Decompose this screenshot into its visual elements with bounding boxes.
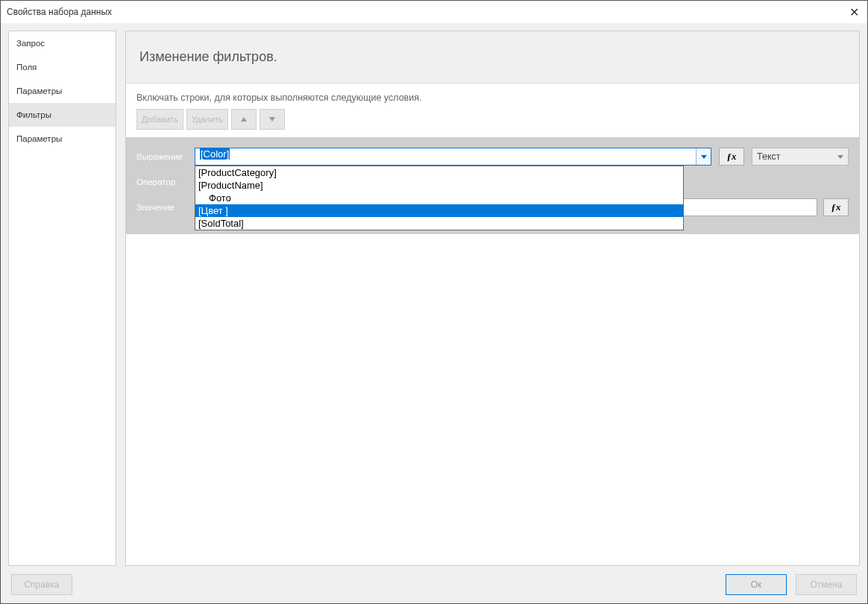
main-panel: Изменение фильтров. Включать строки, для… (125, 31, 860, 566)
arrow-up-icon (241, 117, 247, 122)
delete-button[interactable]: Удалить (186, 109, 228, 130)
sidebar-item-parameters[interactable]: Параметры (9, 79, 116, 103)
arrow-down-icon (269, 117, 275, 122)
chevron-down-icon (701, 155, 707, 159)
move-up-button[interactable] (231, 109, 257, 130)
close-icon[interactable]: ✕ (846, 4, 861, 19)
sidebar-item-fields[interactable]: Поля (9, 55, 116, 79)
value-label: Значение (136, 203, 187, 212)
help-button[interactable]: Справка (11, 574, 72, 595)
dropdown-item-soldtotal[interactable]: [SoldTotal] (195, 217, 683, 230)
chevron-down-icon (837, 155, 843, 159)
dropdown-item-photo[interactable]: Фото (195, 192, 683, 204)
filter-toolbar: Добавить Удалить (126, 109, 859, 137)
dialog-footer: Справка Ок Отмена (1, 566, 867, 603)
dropdown-item-productcategory[interactable]: [ProductCategory] (195, 166, 683, 179)
page-title: Изменение фильтров. (139, 49, 846, 65)
type-combo[interactable]: Текст (752, 148, 849, 166)
ok-button[interactable]: Ок (726, 574, 787, 595)
sidebar-item-parameters-2[interactable]: Параметры (9, 127, 116, 151)
sidebar-item-query[interactable]: Запрос (9, 31, 116, 55)
main-content: Включать строки, для которых выполняются… (126, 84, 859, 565)
expression-label: Выражение (136, 152, 187, 161)
cancel-button[interactable]: Отмена (796, 574, 857, 595)
type-value: Текст (757, 151, 780, 162)
expression-dropdown-list: [ProductCategory] [ProductName] Фото [Цв… (195, 166, 684, 230)
filter-editor: Выражение [Color] ƒx Текст Оператор (126, 137, 859, 234)
add-button[interactable]: Добавить (136, 109, 183, 130)
main-header: Изменение фильтров. (126, 31, 859, 84)
value-fx-button[interactable]: ƒx (823, 198, 849, 216)
operator-label: Оператор (136, 177, 187, 186)
expression-input[interactable]: [Color] (195, 148, 696, 165)
expression-dropdown-button[interactable] (696, 148, 711, 165)
expression-fx-button[interactable]: ƒx (719, 148, 744, 166)
move-down-button[interactable] (260, 109, 285, 130)
dropdown-item-color[interactable]: [Цвет ] (195, 204, 683, 217)
window-title: Свойства набора данных (7, 7, 846, 17)
dialog-window: Свойства набора данных ✕ Запрос Поля Пар… (0, 0, 868, 604)
expression-combo[interactable]: [Color] (195, 148, 711, 166)
titlebar: Свойства набора данных ✕ (1, 1, 867, 23)
sidebar: Запрос Поля Параметры Фильтры Параметры (8, 31, 116, 566)
dropdown-item-productname[interactable]: [ProductName] (195, 179, 683, 192)
expression-row: Выражение [Color] ƒx Текст (136, 148, 849, 166)
instruction-text: Включать строки, для которых выполняются… (126, 92, 859, 109)
empty-area (126, 234, 859, 565)
sidebar-item-filters[interactable]: Фильтры (9, 103, 116, 127)
body: Запрос Поля Параметры Фильтры Параметры … (1, 23, 867, 566)
